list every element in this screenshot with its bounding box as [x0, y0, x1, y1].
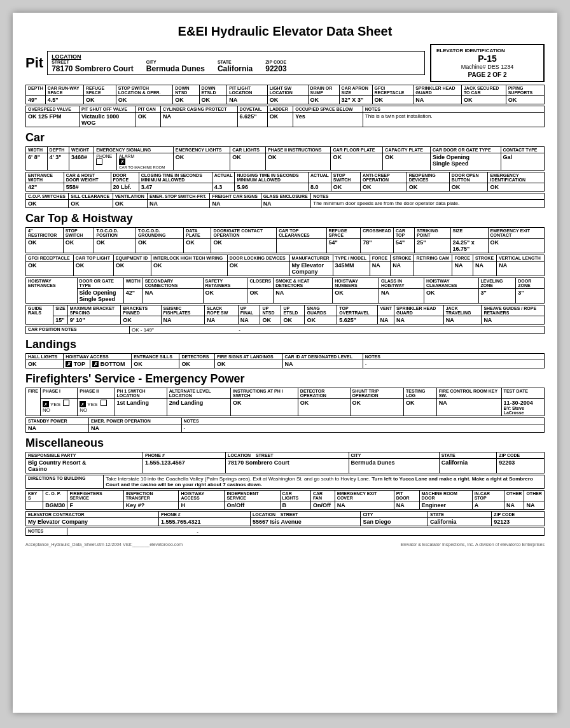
c1-h-phase2: PHASE II INSTRUCTIONS — [265, 147, 331, 153]
sb-h-notes: NOTES — [181, 418, 545, 424]
ct1-v-striking: 25" — [415, 239, 450, 253]
pit-h-sprinkler: SPRINKLER HEAD GUARD — [414, 85, 462, 96]
hw-v-numbers: OK — [333, 289, 379, 304]
gr-v-jack: NA — [443, 316, 482, 325]
c1-v-phase2: OK — [265, 153, 331, 171]
c2-v-nudgemin: 5.96 — [235, 183, 309, 192]
ct1-h-emergencyexit: EMERGENCY EXIT CONTACT — [488, 228, 544, 239]
ec-v-street: 55667 Isis Avenue — [250, 518, 361, 526]
c2-v-stopswitch: OK — [331, 183, 360, 192]
land-h-firesigns: FIRE SIGNS AT LANDINGS — [215, 354, 282, 360]
misc-section-title: Miscellaneous — [25, 437, 545, 450]
ec-h-city: CITY — [361, 512, 428, 518]
car-table2: ENTRANCE WIDTH CAR & HOIST DOOR WEIGHT D… — [25, 172, 545, 192]
pit-h-down-ntsd: DOWN NTSD — [173, 85, 199, 96]
c1-v-phone-label: PHONE — [94, 153, 117, 171]
gr-h-size: SIZE — [53, 305, 68, 316]
pit-h-drain: DRAIN OR SUMP — [308, 85, 339, 96]
ff-table: FIRE PHASE I PHASE II PH 1 SWITCH LOCATI… — [25, 388, 545, 416]
ff-v-testing: OK — [404, 399, 437, 416]
keys-v-machineroom: Engineer — [419, 501, 472, 510]
c2-h-nudgeact: ACTUAL — [309, 172, 331, 183]
pit-h-light-sw: LIGHT SW LOCATION — [267, 85, 308, 96]
c2-v-doorweight: 558# — [64, 183, 111, 192]
keys-h-label: KEY S — [26, 491, 43, 501]
elev-id-title: ELEVATOR IDENTIFICATION — [436, 48, 538, 53]
keys-v-label — [26, 501, 43, 510]
ct1-v-refuge: 54" — [326, 239, 361, 253]
ct2-h-interlock: INTERLOCK HIGH TECH WIRING — [151, 255, 228, 262]
keys-h-carlights: CAR LIGHTS — [280, 491, 310, 501]
location-box: LOCATION STREET 78170 Sombrero Court CIT… — [47, 51, 425, 75]
ec-v-zip: 92123 — [492, 518, 545, 526]
hw-v-doorzone: 3" — [516, 289, 545, 304]
os-h-notes: NOTES — [363, 106, 544, 113]
pit-v-refuge: OK — [83, 96, 116, 104]
os-v-dovetail: 6.625" — [237, 113, 267, 127]
c3-h-cop: C.O.P. SWITCHES — [26, 193, 69, 200]
hw-v-glass: NA — [379, 289, 424, 304]
elev-id-number: P-15 — [436, 53, 538, 64]
ct1-h-stopswitch: STOP SWITCH — [63, 228, 94, 239]
c3-v-sill: OK — [69, 200, 113, 208]
gr-h-vent: VENT — [378, 305, 394, 316]
pit-h-stopswitch: STOP SWITCH LOCATION & OPER. — [116, 85, 173, 96]
c1-v-width: 6' 8" — [26, 153, 48, 171]
ff-h-phase1: PHASE I — [40, 388, 77, 399]
machine-number: Machine# DES 1234 — [436, 64, 538, 70]
gr-h-label: GUIDE RAILS — [26, 305, 53, 325]
ct2-h-force: FORCE — [370, 255, 390, 262]
sb-v-notes: - — [181, 424, 545, 433]
keys-v-incarstop: A — [472, 501, 504, 510]
os-v-shutoff: Victaulic 1000WOG — [80, 113, 136, 127]
land-v-bottom: ✗ BOTTOM — [90, 360, 132, 368]
ff-v-firecontrol: NA — [436, 399, 501, 416]
location-fields: STREET 78170 Sombrero Court CITY Bermuda… — [52, 60, 421, 73]
keys-h-ff: FIREFIGHTERS SERVICE — [67, 491, 123, 501]
ct1-v-restrictor: OK — [26, 239, 64, 253]
keys-h-emerexit: EMERGENCY EXIT COVER — [335, 491, 394, 501]
c1-h-width: WIDTH — [26, 147, 48, 153]
land-h-detectors: DETECTORS — [179, 354, 215, 360]
ff-h-phase2: PHASE II — [78, 388, 115, 399]
ct1-v-emergencyexit: OK — [488, 239, 544, 253]
ec-v-name: My Elevator Company — [26, 518, 159, 526]
c1-v-weight: 3468# — [69, 153, 94, 171]
ct1-h-dataplate: DATA PLATE — [184, 228, 211, 239]
guide-rails-table: GUIDE RAILS SIZE MAXIMUM BRACKET SPACING… — [25, 305, 545, 325]
os-v-notes: This is a twin post installation. — [363, 113, 544, 127]
ct2-h-mfr: MANUFACTURER — [289, 255, 333, 262]
c1-v-lights: OK — [173, 153, 230, 171]
ct1-h-cartop-cl: CAR TOP CLEARANCES — [277, 228, 326, 239]
os-h-shutoff: PIT SHUT OFF VALVE — [80, 106, 136, 113]
c1-v-capacity: OK — [383, 153, 431, 171]
c2-v-dooropen: OK — [449, 183, 488, 192]
keys-v-carlights: B — [280, 501, 310, 510]
c3-h-glass: GLASS ENCLOSURE — [261, 193, 311, 200]
footer-left: Acceptance_Hydraulic_Data_Sheet.stm 12/2… — [25, 542, 183, 547]
gr-v-brackets: OK — [121, 316, 161, 325]
ct1-v-tocod-pos: OK — [94, 239, 136, 253]
hw-h-safety: SAFETY RETAINERS — [203, 278, 247, 289]
c2-h-nudgemin: NUDGING TIME IN SECONDS MINIMUM ALLOWED — [235, 172, 309, 183]
gr-h-jack: JACK TRAVELING — [443, 305, 482, 316]
keys-h-machineroom: MACHINE ROOM DOOR — [419, 491, 472, 501]
ec-h-phone: PHONE # — [159, 512, 251, 518]
c2-h-anticreep: ANTI-CREEP OPERATION — [360, 172, 407, 183]
misc-notes-table: NOTES - — [25, 528, 545, 536]
hoistway-table: HOISTWAY ENTRANCES DOOR OR GATE TYPE WID… — [25, 277, 545, 304]
pit-v-gfci: OK — [372, 96, 414, 104]
pit-label: Pit — [25, 55, 43, 71]
pit-h-refuge: REFUGE SPACE — [83, 85, 116, 96]
hw-h-secondary: SECONDARY CONNECTIONS — [142, 278, 203, 289]
rp-v-city: Bermuda Dunes — [349, 459, 439, 473]
gr-v-snag: OK — [305, 316, 337, 325]
keys-v-other1: NA — [504, 501, 524, 510]
ct2-h-stroke2: STROKE — [473, 255, 496, 262]
c1-h-lights: EMERGENCY LIGHTS — [173, 147, 230, 153]
os-v-valve: OK 125 FPM — [26, 113, 80, 127]
ct2-v-typemodel: 345MM — [333, 262, 370, 276]
c1-v-floor: OK — [331, 153, 383, 171]
ct1-v-doorcontact: OK — [211, 239, 277, 253]
c1-h-depth: DEPTH — [47, 147, 69, 153]
